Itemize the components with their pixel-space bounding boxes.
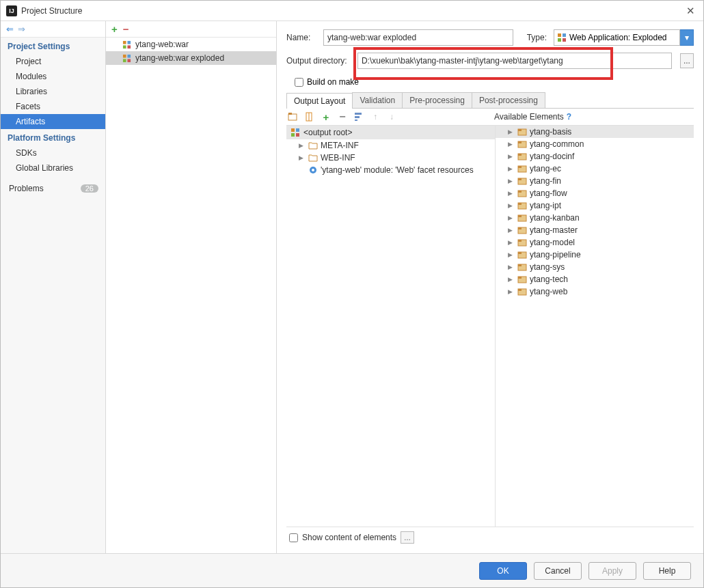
back-icon[interactable]: ⇐ <box>6 24 14 34</box>
new-archive-icon[interactable] <box>304 111 315 122</box>
apply-button[interactable]: Apply <box>588 562 636 580</box>
tree-item-label: ytang-fin <box>530 176 561 186</box>
module-icon <box>517 152 527 160</box>
expand-icon[interactable]: ▶ <box>508 178 515 184</box>
output-layout-tree[interactable]: <output root> ▶META-INF▶WEB-INF'ytang-we… <box>286 126 496 527</box>
expand-icon[interactable]: ▶ <box>508 141 515 148</box>
expand-icon[interactable]: ▶ <box>508 251 515 258</box>
svg-rect-40 <box>518 215 522 217</box>
output-root-node[interactable]: <output root> <box>286 126 495 139</box>
build-on-make-label: Build on make <box>307 77 359 87</box>
available-element-item[interactable]: ▶ytang-web <box>496 285 694 298</box>
expand-icon[interactable]: ▶ <box>508 276 515 283</box>
expand-icon[interactable]: ▶ <box>508 239 515 246</box>
svg-point-24 <box>312 169 314 171</box>
expand-icon[interactable]: ▶ <box>508 227 515 234</box>
svg-rect-6 <box>123 59 126 62</box>
expand-icon[interactable]: ▶ <box>508 288 515 295</box>
sidebar-item-artifacts[interactable]: Artifacts <box>1 114 105 129</box>
expand-icon[interactable]: ▶ <box>299 142 306 149</box>
artifact-type-value: Web Application: Exploded <box>569 33 667 42</box>
available-element-item[interactable]: ▶ytang-ipt <box>496 199 694 212</box>
help-icon[interactable]: ? <box>567 112 571 122</box>
available-element-item[interactable]: ▶ytang-model <box>496 236 694 249</box>
title-bar: IJ Project Structure ✕ <box>1 1 703 21</box>
move-up-icon[interactable]: ↑ <box>370 111 381 122</box>
output-layout-toolbar: + − ↑ ↓ Available Elements ? <box>286 109 694 126</box>
available-element-item[interactable]: ▶ytang-flow <box>496 187 694 199</box>
output-directory-input[interactable] <box>357 53 672 69</box>
expand-icon[interactable]: ▶ <box>299 154 306 161</box>
help-button[interactable]: Help <box>643 562 691 580</box>
ok-button[interactable]: OK <box>479 562 527 580</box>
artifact-name-input[interactable] <box>323 29 513 46</box>
tab-validation[interactable]: Validation <box>352 92 403 108</box>
available-element-item[interactable]: ▶ytang-pipeline <box>496 249 694 261</box>
tree-item-label: ytang-common <box>530 139 584 149</box>
cancel-button[interactable]: Cancel <box>534 562 582 580</box>
output-tree-item[interactable]: 'ytang-web' module: 'Web' facet resource… <box>286 164 495 176</box>
remove-element-icon[interactable]: − <box>337 111 348 122</box>
sidebar-item-global-libraries[interactable]: Global Libraries <box>1 160 105 176</box>
new-folder-icon[interactable] <box>288 111 299 122</box>
show-content-checkbox[interactable] <box>289 533 298 542</box>
available-element-item[interactable]: ▶ytang-tech <box>496 273 694 285</box>
remove-artifact-icon[interactable]: − <box>123 23 129 35</box>
artifact-item[interactable]: ytang-web:war exploded <box>106 51 276 65</box>
sort-icon[interactable] <box>353 111 364 122</box>
expand-icon[interactable]: ▶ <box>508 264 515 270</box>
output-tree-item[interactable]: ▶WEB-INF <box>286 152 495 164</box>
artifact-type-select[interactable]: Web Application: Exploded ▾ <box>554 29 694 46</box>
artifact-item[interactable]: ytang-web:war <box>106 38 276 51</box>
tab-post-processing[interactable]: Post-processing <box>472 92 545 108</box>
expand-icon[interactable]: ▶ <box>508 214 515 221</box>
problems-count-badge: 26 <box>81 184 98 193</box>
add-artifact-icon[interactable]: + <box>111 23 118 35</box>
svg-rect-18 <box>355 120 357 121</box>
move-down-icon[interactable]: ↓ <box>386 111 397 122</box>
tree-item-label: 'ytang-web' module: 'Web' facet resource… <box>321 165 474 175</box>
expand-icon[interactable]: ▶ <box>508 153 515 160</box>
available-element-item[interactable]: ▶ytang-kanban <box>496 212 694 224</box>
tree-item-label: ytang-model <box>530 238 575 247</box>
tab-pre-processing[interactable]: Pre-processing <box>402 92 472 108</box>
output-tree-item[interactable]: ▶META-INF <box>286 139 495 152</box>
svg-rect-21 <box>291 133 295 137</box>
sidebar-item-modules[interactable]: Modules <box>1 69 105 84</box>
available-elements-tree[interactable]: ▶ytang-basis▶ytang-common▶ytang-docinf▶y… <box>496 126 694 527</box>
sidebar-item-problems[interactable]: Problems 26 <box>1 181 105 196</box>
expand-icon[interactable]: ▶ <box>508 128 515 135</box>
add-copy-icon[interactable]: + <box>321 111 331 122</box>
available-element-item[interactable]: ▶ytang-master <box>496 224 694 236</box>
sidebar-item-libraries[interactable]: Libraries <box>1 84 105 99</box>
close-icon[interactable]: ✕ <box>683 5 698 17</box>
module-icon <box>517 214 527 222</box>
sidebar-item-project[interactable]: Project <box>1 54 105 69</box>
expand-icon[interactable]: ▶ <box>508 190 515 197</box>
svg-rect-30 <box>518 154 522 156</box>
folder-icon <box>308 141 318 150</box>
dropdown-icon[interactable]: ▾ <box>680 29 694 46</box>
svg-rect-28 <box>518 141 522 143</box>
tree-item-label: ytang-master <box>530 225 578 235</box>
available-element-item[interactable]: ▶ytang-basis <box>496 126 694 138</box>
svg-rect-42 <box>518 227 522 229</box>
available-element-item[interactable]: ▶ytang-common <box>496 138 694 150</box>
available-element-item[interactable]: ▶ytang-fin <box>496 175 694 187</box>
available-element-item[interactable]: ▶ytang-sys <box>496 261 694 273</box>
sidebar-item-facets[interactable]: Facets <box>1 99 105 114</box>
available-element-item[interactable]: ▶ytang-ec <box>496 163 694 175</box>
browse-output-dir-button[interactable]: ... <box>680 53 694 68</box>
build-on-make-checkbox[interactable] <box>295 78 303 87</box>
tree-item-label: ytang-docinf <box>530 152 574 161</box>
expand-icon[interactable]: ▶ <box>508 202 515 209</box>
tab-output-layout[interactable]: Output Layout <box>286 93 353 109</box>
platform-settings-header: Platform Settings <box>1 129 105 145</box>
svg-rect-16 <box>355 113 362 115</box>
show-content-options-button[interactable]: … <box>401 531 414 544</box>
available-element-item[interactable]: ▶ytang-docinf <box>496 150 694 163</box>
forward-icon[interactable]: ⇒ <box>18 24 25 34</box>
expand-icon[interactable]: ▶ <box>508 165 515 172</box>
svg-rect-3 <box>127 45 131 48</box>
sidebar-item-sdks[interactable]: SDKs <box>1 145 105 160</box>
